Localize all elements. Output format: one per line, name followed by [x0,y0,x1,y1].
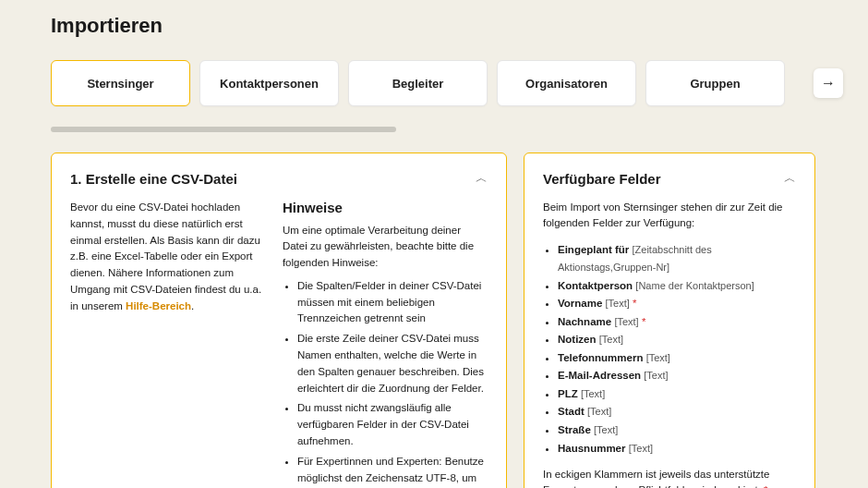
field-item: Vorname [Text] * [558,295,796,313]
field-name: Stadt [558,406,585,417]
hint-item: Du musst nicht zwangsläufig alle verfügb… [297,400,488,449]
field-item: E-Mail-Adressen [Text] [558,367,796,385]
tab-begleiter[interactable]: Begleiter [348,60,488,106]
collapse-icon[interactable]: ︿ [784,170,796,187]
tab-kontaktpersonen[interactable]: Kontaktpersonen [199,60,339,106]
field-name: Vorname [558,298,602,309]
field-format: [Name der Kontaktperson] [635,280,753,291]
tab-organisatoren[interactable]: Organisatoren [497,60,636,106]
tabs-next-button[interactable]: → [814,68,843,98]
hints-section: Hinweise Um eine optimale Verarbeitung d… [283,200,488,488]
step-1-intro: Bevor du eine CSV-Datei hochladen kannst… [70,200,262,488]
tabs-container: Sternsinger Kontaktpersonen Begleiter Or… [51,60,817,116]
hint-item: Die erste Zeile deiner CSV-Datei muss Na… [297,331,488,396]
field-name: Nachname [558,316,611,327]
required-marker-icon: * [642,316,645,327]
field-name: PLZ [558,388,578,399]
collapse-icon[interactable]: ︿ [476,170,488,187]
field-item: Telefonnummern [Text] [558,349,796,368]
step-1-intro-prefix: Bevor du eine CSV-Datei hochladen kannst… [70,201,261,311]
hint-item: Für Expertinnen und Experten: Benutze mö… [297,454,488,488]
field-item: Straße [Text] [558,421,796,440]
tab-gruppen[interactable]: Gruppen [645,60,785,106]
tabs-list: Sternsinger Kontaktpersonen Begleiter Or… [51,60,817,116]
arrow-right-icon: → [821,75,836,92]
field-name: Notizen [558,334,597,345]
available-fields-intro: Beim Import von Sternsinger stehen dir z… [543,200,796,232]
field-name: Hausnummer [558,443,626,454]
field-item: Nachname [Text] * [558,313,796,332]
note-text: In eckigen Klammern ist jeweils das unte… [543,469,769,488]
tabs-scrollbar-thumb[interactable] [51,127,396,132]
hints-list: Die Spalten/Felder in deiner CSV-Datei m… [283,278,488,488]
help-link[interactable]: Hilfe-Bereich [126,300,191,311]
field-format: [Text] [644,370,668,381]
step-1-title: 1. Erstelle eine CSV-Datei [70,171,237,187]
field-item: Eingeplant für [Zeitabschnitt des Aktion… [558,241,796,277]
field-item: Kontaktperson [Name der Kontaktperson] [558,277,796,296]
hints-intro: Um eine optimale Verarbeitung deiner Dat… [283,223,488,271]
required-marker-icon: * [764,484,767,488]
field-format: [Text] [646,352,670,363]
hints-heading: Hinweise [283,200,488,215]
field-name: Telefonnummern [558,352,643,363]
available-fields-title: Verfügbare Felder [543,171,661,187]
available-fields-note: In eckigen Klammern ist jeweils das unte… [543,467,796,488]
tab-sternsinger[interactable]: Sternsinger [51,60,190,106]
page-title: Importieren [51,14,817,38]
required-marker-icon: * [633,298,636,309]
field-name: Eingeplant für [558,244,629,255]
field-item: Hausnummer [Text] [558,440,796,458]
field-format: [Text] [581,388,605,399]
field-format: [Text] [606,298,630,309]
hint-item: Die Spalten/Felder in deiner CSV-Datei m… [297,278,488,327]
field-name: Kontaktperson [558,280,633,291]
field-format: [Text] [629,443,653,454]
field-item: Stadt [Text] [558,403,796,421]
fields-list: Eingeplant für [Zeitabschnitt des Aktion… [543,241,796,458]
field-name: Straße [558,424,591,435]
field-name: E-Mail-Adressen [558,370,641,381]
field-format: [Text] [594,424,618,435]
step-1-intro-suffix: . [191,300,194,311]
field-item: PLZ [Text] [558,385,796,404]
field-format: [Text] [614,316,638,327]
tabs-scrollbar-track[interactable] [51,127,817,132]
field-format: [Text] [599,334,623,345]
available-fields-panel: Verfügbare Felder ︿ Beim Import von Ster… [524,152,815,488]
field-item: Notizen [Text] [558,331,796,349]
field-format: [Text] [587,406,611,417]
step-1-panel: 1. Erstelle eine CSV-Datei ︿ Bevor du ei… [51,152,507,488]
